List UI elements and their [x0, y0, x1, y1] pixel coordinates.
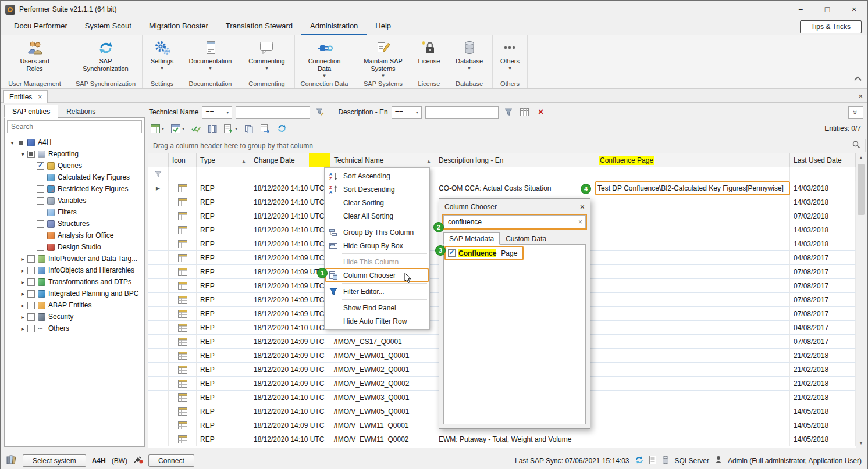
tab-sap-metadata[interactable]: SAP Metadata — [443, 232, 500, 245]
tree-checkbox[interactable] — [37, 174, 44, 181]
tab-custom-data[interactable]: Custom Data — [500, 232, 552, 245]
group-by-panel[interactable]: Drag a column header here to group by th… — [148, 139, 866, 152]
column-checkbox[interactable] — [448, 249, 456, 257]
technical-name-filter-input[interactable] — [236, 106, 310, 119]
tree-checkbox[interactable] — [37, 209, 44, 216]
tab-docu-performer[interactable]: Docu Performer — [5, 18, 76, 35]
tree-checkbox[interactable] — [37, 185, 44, 193]
tree-checkbox[interactable] — [37, 162, 44, 170]
table-row[interactable]: REP 18/12/2020 14:10 UTC /IMO/V_EWM11_Q0… — [148, 432, 856, 446]
validate-button[interactable] — [190, 122, 202, 135]
tree-item[interactable]: Variables — [5, 195, 144, 206]
copy-button[interactable] — [243, 122, 255, 135]
tree-item[interactable]: Calculated Key Figures — [5, 171, 144, 183]
column-list-item-confluence-page[interactable]: Confluence Page — [446, 247, 522, 259]
close-button[interactable]: × — [841, 1, 867, 18]
column-header[interactable]: Technical Name — [330, 153, 435, 167]
log-document-icon[interactable] — [649, 456, 656, 466]
tab-migration-booster[interactable]: Migration Booster — [140, 18, 217, 35]
maximize-button[interactable]: □ — [814, 1, 841, 18]
view-settings-button[interactable]: ▾ — [149, 122, 166, 135]
expander-icon[interactable] — [19, 256, 27, 262]
menu-item-filter-editor[interactable]: Filter Editor... — [326, 285, 428, 298]
connect-button[interactable]: Connect — [148, 454, 194, 467]
menu-item-column-chooser[interactable]: Column Chooser — [326, 268, 428, 282]
tree-item[interactable]: Transformations and DTPs — [5, 276, 144, 288]
expander-icon[interactable] — [19, 314, 27, 320]
menu-item-clear-sorting[interactable]: Clear Sorting — [326, 196, 428, 209]
tree-checkbox[interactable] — [17, 139, 24, 146]
tab-relations[interactable]: Relations — [58, 105, 104, 118]
close-tabstrip-icon[interactable]: × — [858, 89, 863, 103]
expander-icon[interactable] — [19, 325, 27, 332]
export-button[interactable]: ▾ — [222, 122, 239, 135]
apply-filter-button[interactable] — [502, 106, 515, 119]
tree-item[interactable]: Reporting — [5, 148, 144, 160]
collapse-ribbon-icon[interactable] — [854, 76, 862, 84]
saved-layout-button[interactable]: ▾ — [169, 122, 186, 135]
tree-checkbox[interactable] — [27, 302, 35, 309]
tree-item[interactable]: ABAP Entities — [5, 299, 144, 311]
tree-checkbox[interactable] — [37, 197, 44, 205]
table-row[interactable]: REP 18/12/2020 14:10 UTC CO-OM CCA: Actu… — [148, 181, 856, 195]
tree-checkbox[interactable] — [27, 267, 35, 274]
transfer-button[interactable] — [259, 122, 272, 135]
tree-checkbox[interactable] — [27, 255, 35, 263]
column-search-box[interactable]: × — [443, 215, 586, 228]
auto-filter-cell[interactable] — [595, 167, 790, 181]
tree-item[interactable]: Others — [5, 323, 144, 334]
tab-help[interactable]: Help — [367, 18, 400, 35]
tree-item[interactable]: Filters — [5, 206, 144, 218]
auto-filter-cell[interactable] — [435, 167, 595, 181]
expander-icon[interactable] — [19, 302, 27, 309]
tree-item[interactable]: A4H — [5, 137, 144, 148]
tree-item[interactable]: Integrated Planning and BPC — [5, 288, 144, 299]
menu-item-hide-this-column[interactable]: Hide This Column — [326, 255, 428, 268]
tree-item[interactable]: Analysis for Office — [5, 230, 144, 241]
close-tab-icon[interactable]: × — [38, 94, 42, 101]
expander-icon[interactable] — [19, 267, 27, 274]
column-header[interactable]: Type — [197, 153, 250, 167]
description-filter-input[interactable] — [425, 106, 499, 119]
filter-edit-button[interactable] — [314, 106, 326, 119]
column-config-button[interactable] — [206, 122, 219, 135]
tree-checkbox[interactable] — [27, 325, 35, 332]
tree-search-input[interactable] — [7, 120, 142, 133]
tab-administration[interactable]: Administration — [301, 18, 367, 35]
clear-filter-button[interactable]: × — [535, 106, 547, 119]
menu-item-show-find-panel[interactable]: Show Find Panel — [326, 301, 428, 314]
dialog-titlebar[interactable]: Column Chooser × — [439, 199, 590, 214]
column-header[interactable]: Confluence Page — [595, 153, 790, 167]
expander-icon[interactable] — [19, 279, 27, 285]
auto-filter-cell[interactable] — [169, 167, 197, 181]
dialog-close-icon[interactable]: × — [580, 202, 585, 212]
tab-sap-entities[interactable]: SAP entities — [4, 105, 58, 118]
tree-item[interactable]: Security — [5, 311, 144, 323]
menu-item-group-by-this-column[interactable]: Group By This Column — [326, 225, 428, 239]
tree-item[interactable]: Restricted Key Figures — [5, 183, 144, 195]
auto-filter-cell[interactable] — [148, 167, 169, 181]
tab-entities[interactable]: Entities × — [3, 90, 48, 103]
scroll-up-icon[interactable]: ▲ — [856, 153, 866, 163]
scrollbar-thumb[interactable] — [858, 164, 865, 215]
menu-item-hide-auto-filter-row[interactable]: Hide Auto Filter Row — [326, 314, 428, 328]
tab-system-scout[interactable]: System Scout — [76, 18, 140, 35]
advanced-filter-button[interactable]: » — [848, 106, 863, 119]
scroll-down-icon[interactable]: ▼ — [856, 438, 866, 448]
tree-checkbox[interactable] — [37, 220, 44, 228]
column-header[interactable]: Icon — [169, 153, 197, 167]
column-header[interactable] — [148, 153, 169, 167]
refresh-button[interactable] — [275, 122, 289, 135]
vertical-scrollbar[interactable]: ▲ ▼ — [856, 153, 866, 448]
menu-item-sort-descending[interactable]: ZA Sort Descending — [326, 182, 428, 196]
minimize-button[interactable]: − — [787, 1, 814, 18]
auto-filter-cell[interactable] — [790, 167, 856, 181]
tree-item[interactable]: Queries — [5, 160, 144, 171]
select-system-button[interactable]: Select system — [23, 454, 86, 467]
find-panel-icon[interactable] — [852, 141, 860, 151]
tree-item[interactable]: InfoProvider and Data Targ... — [5, 253, 144, 264]
expander-icon[interactable] — [19, 151, 27, 157]
tree-checkbox[interactable] — [27, 278, 35, 286]
clear-search-icon[interactable]: × — [578, 218, 582, 226]
column-search-input[interactable] — [447, 217, 483, 227]
